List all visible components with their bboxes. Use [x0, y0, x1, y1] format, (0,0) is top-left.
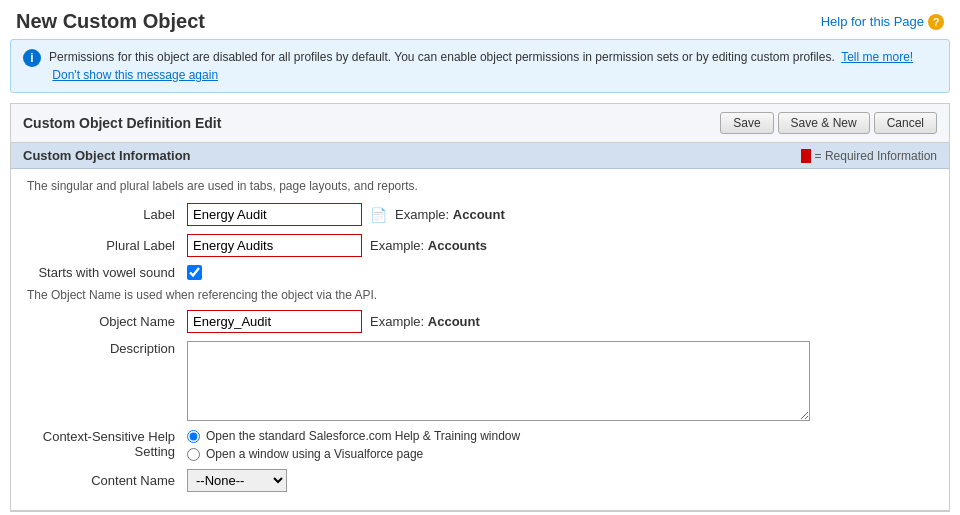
content-name-select[interactable]: --None-- [187, 469, 287, 492]
required-legend: = Required Information [801, 149, 937, 163]
page-header: New Custom Object Help for this Page ? [0, 0, 960, 39]
label-input[interactable] [187, 203, 362, 226]
help-link[interactable]: Help for this Page ? [821, 14, 944, 30]
content-name-label: Content Name [27, 473, 187, 488]
form-hint-1: The singular and plural labels are used … [27, 179, 933, 193]
tell-me-more-link[interactable]: Tell me more! [841, 50, 913, 64]
help-setting-row: Context-Sensitive Help Setting Open the … [27, 429, 933, 461]
co-info-header: Custom Object Information = Required Inf… [11, 143, 949, 169]
required-legend-text: = Required Information [815, 149, 937, 163]
object-name-example: Example: Account [370, 314, 480, 329]
lookup-icon[interactable]: 📄 [370, 207, 387, 223]
page-title: New Custom Object [16, 10, 205, 33]
object-name-row: Object Name Example: Account [27, 310, 933, 333]
vowel-input-wrap [187, 265, 202, 280]
plural-label-example: Example: Accounts [370, 238, 487, 253]
object-name-input[interactable] [187, 310, 362, 333]
help-setting-radio-1[interactable] [187, 430, 200, 443]
help-link-text: Help for this Page [821, 14, 924, 29]
save-new-button[interactable]: Save & New [778, 112, 870, 134]
cancel-button[interactable]: Cancel [874, 112, 937, 134]
plural-label-row: Plural Label Example: Accounts [27, 234, 933, 257]
object-name-field-label: Object Name [27, 314, 187, 329]
vowel-field-label: Starts with vowel sound [27, 265, 187, 280]
label-field-label: Label [27, 207, 187, 222]
content-name-row: Content Name --None-- [27, 469, 933, 492]
plural-label-field-label: Plural Label [27, 238, 187, 253]
description-field-label: Description [27, 341, 187, 356]
content-name-input-wrap: --None-- [187, 469, 287, 492]
description-row: Description [27, 341, 933, 421]
plural-label-input[interactable] [187, 234, 362, 257]
help-icon: ? [928, 14, 944, 30]
vowel-checkbox[interactable] [187, 265, 202, 280]
description-input-wrap [187, 341, 810, 421]
form-hint-2: The Object Name is used when referencing… [27, 288, 933, 302]
object-name-input-wrap: Example: Account [187, 310, 480, 333]
plural-label-input-wrap: Example: Accounts [187, 234, 487, 257]
required-bar-icon [801, 149, 811, 163]
dont-show-link[interactable]: Don't show this message again [52, 68, 218, 82]
info-banner: i Permissions for this object are disabl… [10, 39, 950, 93]
help-setting-option-2[interactable]: Open a window using a Visualforce page [187, 447, 520, 461]
description-textarea[interactable] [187, 341, 810, 421]
form-area: The singular and plural labels are used … [11, 169, 949, 510]
vowel-row: Starts with vowel sound [27, 265, 933, 280]
label-row: Label 📄 Example: Account [27, 203, 933, 226]
section-header-bar: Custom Object Definition Edit Save Save … [11, 104, 949, 143]
co-info-header-title: Custom Object Information [23, 148, 191, 163]
label-input-wrap: 📄 Example: Account [187, 203, 505, 226]
co-info-section: Custom Object Information = Required Inf… [11, 143, 949, 511]
main-content: Custom Object Definition Edit Save Save … [10, 103, 950, 512]
label-example: Example: Account [395, 207, 505, 222]
save-button[interactable]: Save [720, 112, 773, 134]
help-setting-radio-group: Open the standard Salesforce.com Help & … [187, 429, 520, 461]
help-setting-option-1[interactable]: Open the standard Salesforce.com Help & … [187, 429, 520, 443]
btn-group: Save Save & New Cancel [720, 112, 937, 134]
banner-text: Permissions for this object are disabled… [49, 48, 937, 84]
info-circle-icon: i [23, 49, 41, 67]
help-setting-radio-2[interactable] [187, 448, 200, 461]
help-setting-label: Context-Sensitive Help Setting [27, 429, 187, 459]
section-header-title: Custom Object Definition Edit [23, 115, 221, 131]
